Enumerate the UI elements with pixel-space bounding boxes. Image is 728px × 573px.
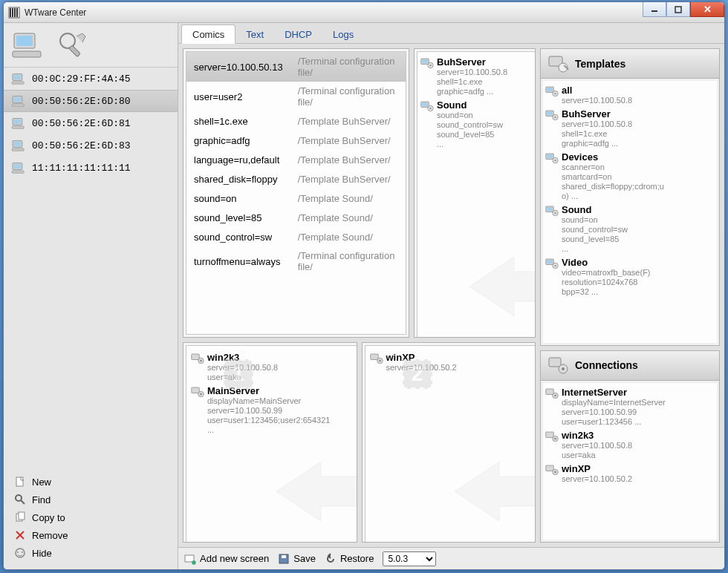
list-item[interactable]: winXPserver=10.100.50.2	[370, 350, 533, 374]
svg-rect-14	[12, 82, 24, 84]
list-item[interactable]: winXPserver=10.100.50.2	[545, 462, 715, 485]
node-detail: server=10.100.50.99	[562, 407, 666, 417]
sidebar-action-copy-to[interactable]: Copy to	[10, 508, 172, 526]
client-item[interactable]: 11:11:11:11:11:11	[4, 157, 178, 179]
svg-rect-1	[10, 8, 11, 17]
node-title: BuhServer	[437, 56, 507, 68]
save-icon	[278, 553, 290, 565]
node-detail: sound=on	[562, 215, 628, 225]
svg-rect-8	[16, 36, 33, 46]
save-label: Save	[293, 553, 316, 564]
svg-rect-42	[422, 102, 428, 106]
config-row[interactable]: server=10.100.50.13/Terminal configurati…	[186, 52, 406, 82]
list-item[interactable]: Videovideo=matroxfb_base(F)resolution=10…	[545, 255, 715, 298]
node-detail: user=user1:123456;user2:654321	[207, 416, 330, 425]
add-icon	[184, 553, 196, 565]
client-mac: 00:50:56:2E:6D:81	[32, 118, 131, 129]
list-item[interactable]: MainServerdisplayName=MainServerserver=1…	[191, 384, 354, 436]
arrow-icon	[469, 257, 536, 316]
list-item[interactable]: InternetServerdisplayName=InternetServer…	[545, 385, 715, 428]
list-item[interactable]: BuhServerserver=10.100.50.8shell=1c.exeg…	[420, 55, 533, 98]
sidebar-action-find[interactable]: Find	[10, 491, 172, 508]
node-detail: server=10.100.50.8	[562, 119, 632, 129]
config-row[interactable]: sound_level=85/Template Sound/	[186, 208, 406, 227]
config-row[interactable]: user=user2/Terminal configuration file/	[186, 82, 406, 111]
client-item[interactable]: 00:50:56:2E:6D:83	[4, 134, 178, 157]
svg-rect-6	[675, 7, 681, 13]
action-label: Find	[32, 494, 51, 505]
config-source: /Template Sound/	[290, 208, 406, 227]
node-title: InternetServer	[562, 387, 666, 398]
node-detail: displayName=MainServer	[207, 396, 330, 406]
node-detail: server=10.100.50.8	[562, 441, 632, 451]
node-detail: user=aka	[562, 451, 632, 460]
config-source: /Terminal configuration file/	[290, 246, 406, 276]
client-item[interactable]: 00:50:56:2E:6D:80	[4, 90, 178, 112]
svg-rect-26	[12, 171, 24, 173]
config-row[interactable]: sound_control=sw/Template Sound/	[186, 227, 406, 246]
svg-point-51	[554, 93, 556, 94]
svg-rect-17	[12, 104, 24, 106]
config-row[interactable]: turnoffmenu=always/Terminal configuratio…	[186, 246, 406, 276]
svg-rect-27	[16, 477, 23, 486]
item-icon	[545, 257, 559, 270]
client-item[interactable]: 00:0C:29:FF:4A:45	[4, 68, 178, 90]
copy-icon	[14, 511, 26, 523]
svg-rect-3	[14, 8, 16, 17]
computer-icon	[11, 29, 44, 62]
config-row[interactable]: language=ru,default/Template BuhServer/	[186, 150, 406, 169]
node-detail: ...	[207, 425, 330, 435]
list-item[interactable]: win2k3server=10.100.50.8user=aka	[545, 428, 715, 462]
close-button[interactable]: ✕	[690, 2, 724, 17]
applied-templates-panel: BuhServerserver=10.100.50.8shell=1c.exeg…	[414, 48, 536, 338]
version-select[interactable]: 5.0.3	[383, 551, 436, 566]
node-detail: sound_control=sw	[437, 120, 503, 130]
add-screen-button[interactable]: Add new screen	[184, 553, 269, 565]
settings-icon[interactable]	[56, 29, 88, 62]
bottom-toolbar: Add new screen Save Restore 5.0.3	[178, 547, 724, 569]
item-icon	[420, 56, 434, 70]
svg-rect-53	[547, 111, 553, 115]
svg-rect-65	[547, 260, 553, 263]
tab-comics[interactable]: Comics	[181, 24, 235, 44]
node-title: Devices	[562, 151, 664, 163]
save-button[interactable]: Save	[278, 553, 316, 565]
config-source: /Template Sound/	[290, 227, 406, 246]
tab-logs[interactable]: Logs	[322, 25, 364, 43]
node-detail: shell=1c.exe	[437, 77, 507, 87]
svg-rect-19	[13, 119, 21, 124]
config-row[interactable]: graphic=adfg/Template BuhServer/	[186, 131, 406, 150]
node-detail: sound=on	[437, 111, 503, 120]
config-source: /Terminal configuration file/	[290, 82, 406, 111]
sidebar-actions: NewFindCopy toRemoveHide	[4, 468, 178, 569]
svg-rect-2	[12, 8, 13, 17]
sidebar-action-new[interactable]: New	[10, 473, 172, 491]
minimize-button[interactable]	[643, 2, 666, 17]
connections-panel: Connections InternetServerdisplayName=In…	[540, 350, 720, 543]
client-item[interactable]: 00:50:56:2E:6D:81	[4, 112, 178, 134]
sidebar-action-remove[interactable]: Remove	[10, 526, 172, 544]
list-item[interactable]: win2k3server=10.100.50.8user=aka	[191, 350, 354, 384]
config-row[interactable]: shared_disk=floppy/Template BuhServer/	[186, 169, 406, 189]
svg-point-82	[200, 360, 202, 362]
sidebar-action-hide[interactable]: Hide	[10, 544, 172, 562]
list-item[interactable]: BuhServerserver=10.100.50.8shell=1c.exeg…	[545, 107, 715, 150]
svg-point-88	[379, 360, 381, 362]
node-title: win2k3	[562, 430, 632, 441]
config-row[interactable]: shell=1c.exe/Template BuhServer/	[186, 111, 406, 131]
config-row[interactable]: sound=on/Template Sound/	[186, 189, 406, 208]
restore-button[interactable]: Restore	[325, 553, 374, 565]
list-item[interactable]: Soundsound=onsound_control=swsound_level…	[545, 203, 715, 255]
sidebar: 00:0C:29:FF:4A:4500:50:56:2E:6D:8000:50:…	[4, 23, 178, 569]
node-detail: server=10.100.50.8	[562, 96, 632, 105]
node-title: Sound	[437, 99, 503, 111]
screen-panel-2[interactable]: winXPserver=10.100.50.22	[362, 342, 536, 543]
tab-dhcp[interactable]: DHCP	[274, 25, 322, 43]
screen-panel-1[interactable]: win2k3server=10.100.50.8user=akaMainServ…	[183, 342, 357, 543]
tab-text[interactable]: Text	[235, 25, 274, 43]
svg-rect-68	[549, 358, 561, 367]
list-item[interactable]: Devicesscanner=onsmartcard=onshared_disk…	[545, 150, 715, 203]
maximize-button[interactable]	[666, 2, 690, 17]
list-item[interactable]: Soundsound=onsound_control=swsound_level…	[420, 98, 533, 151]
list-item[interactable]: allserver=10.100.50.8	[545, 83, 715, 107]
